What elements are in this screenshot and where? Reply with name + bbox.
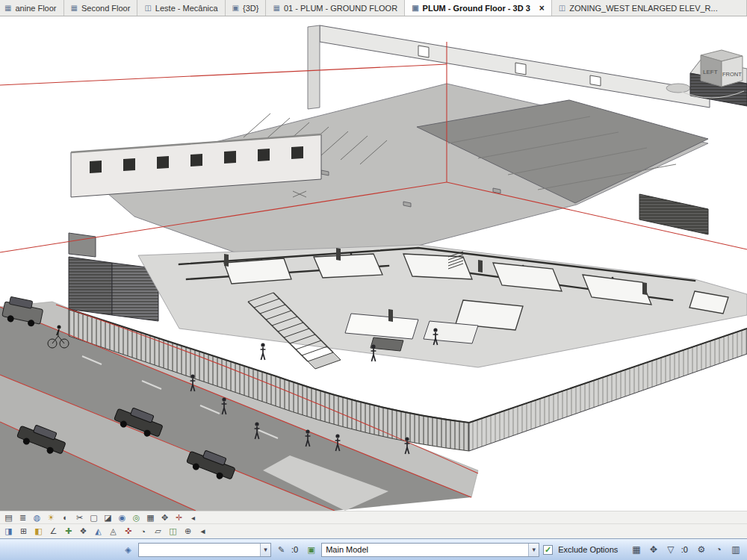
- tab-label: {3D}: [243, 4, 258, 13]
- select-pinned-elements-icon[interactable]: ∠: [47, 526, 60, 537]
- checkmark-icon: ✓: [545, 546, 551, 554]
- editable-count: :0: [291, 545, 298, 554]
- floor-plan-icon: ▦: [273, 4, 279, 12]
- floor-plan-icon: ▦: [4, 4, 11, 12]
- select-elements-by-face-icon[interactable]: ✚: [62, 526, 75, 537]
- collapse-bar-icon[interactable]: ◄: [196, 526, 209, 537]
- visual-style-icon[interactable]: ◍: [31, 512, 43, 523]
- displace-elements-icon[interactable]: ✥: [158, 512, 171, 523]
- tab-plum-ground-floor-3d-3[interactable]: ▣ PLUM - Ground Floor - 3D 3 ×: [405, 0, 552, 16]
- filter-icon[interactable]: ▽: [664, 544, 678, 555]
- editing-requests-icon[interactable]: ✜: [122, 526, 134, 537]
- temporary-hide-isolate-icon[interactable]: ◉: [116, 512, 128, 523]
- status-bar: ◈ ▾ ✎ :0 ▣ Main Model ▾ ✓ Exclude Option…: [0, 538, 747, 560]
- view-tab-bar: ▦ anine Floor ▦ Second Floor ◫ Leste - M…: [0, 0, 747, 16]
- 3d-view-canvas[interactable]: LEFT FRONT: [0, 16, 747, 511]
- temporary-view-properties-icon[interactable]: ▦: [144, 512, 157, 523]
- snap-overrides-icon[interactable]: ◭: [92, 526, 105, 537]
- reveal-constraints-icon[interactable]: ✛: [173, 512, 185, 523]
- show-crop-region-icon[interactable]: ▢: [87, 512, 100, 523]
- tab-plum-ground-floor[interactable]: ▦ 01 - PLUM - GROUND FLOOR: [266, 0, 405, 16]
- tab-label: ZONING_WEST ENLARGED ELEV_R...: [569, 4, 717, 13]
- crop-view-icon[interactable]: ✂: [73, 512, 86, 523]
- status-prompt: [0, 539, 118, 560]
- sun-path-icon[interactable]: ☀: [45, 512, 58, 523]
- tab-mezzanine-floor[interactable]: ▦ anine Floor: [0, 0, 64, 16]
- performance-monitor-icon[interactable]: ◔: [712, 544, 725, 555]
- view-filters-icon[interactable]: ◔: [137, 526, 149, 537]
- tab-zoning-west-enlarged-elev[interactable]: ◫ ZONING_WEST ENLARGED ELEV_R...: [552, 0, 747, 16]
- model-display-icon[interactable]: ◫: [167, 526, 179, 537]
- revit-window: ▦ anine Floor ▦ Second Floor ◫ Leste - M…: [0, 0, 747, 560]
- background-processes-icon[interactable]: ▥: [729, 544, 743, 555]
- view-control-bar: ▤ ≣ ◍ ☀ ◐ ✂ ▢ ◪ ◉ ◎ ▦ ✥ ✛ ◂: [0, 511, 747, 523]
- close-tab-icon[interactable]: ×: [539, 4, 545, 13]
- elevation-view-icon: ◫: [559, 4, 565, 12]
- lock-view-icon[interactable]: ◪: [102, 512, 114, 523]
- tab-3d[interactable]: ▣ {3D}: [226, 0, 267, 16]
- design-option-value: Main Model: [326, 545, 368, 554]
- tab-label: 01 - PLUM - GROUND FLOOR: [284, 4, 397, 13]
- measure-icon[interactable]: ◬: [107, 526, 120, 537]
- gear-icon[interactable]: ⚙: [695, 544, 708, 555]
- select-links-icon[interactable]: ⊞: [17, 526, 30, 537]
- design-options-icon[interactable]: ▣: [305, 544, 317, 556]
- dropdown-arrow-icon[interactable]: ▾: [260, 544, 270, 556]
- shadows-icon[interactable]: ◐: [59, 512, 72, 523]
- model-scene: LEFT FRONT: [0, 16, 747, 511]
- tab-second-floor[interactable]: ▦ Second Floor: [64, 0, 138, 16]
- exclude-options-label: Exclude Options: [558, 545, 618, 554]
- scale-icon[interactable]: ▤: [2, 512, 15, 523]
- model-louver-boxes: [69, 233, 158, 321]
- expand-bar-icon[interactable]: ◂: [187, 512, 199, 523]
- selection-count: :0: [681, 545, 688, 554]
- 3d-view-icon: ▣: [232, 4, 239, 12]
- tab-label: PLUM - Ground Floor - 3D 3: [423, 4, 530, 13]
- options-icon[interactable]: ⊕: [182, 526, 194, 537]
- editable-only-icon[interactable]: ✎: [275, 544, 288, 556]
- drag-elements-on-selection-icon[interactable]: ❖: [77, 526, 90, 537]
- design-option-dropdown[interactable]: Main Model ▾: [321, 543, 539, 557]
- dropdown-arrow-icon[interactable]: ▾: [528, 544, 539, 556]
- exclude-options-checkbox[interactable]: ✓: [543, 545, 553, 555]
- select-toggle-icon[interactable]: ✥: [647, 544, 660, 555]
- model-upper-walls: [308, 25, 710, 109]
- workset-dropdown[interactable]: ▾: [138, 543, 271, 557]
- tab-label: Second Floor: [81, 4, 130, 13]
- model-ground-floor: [138, 245, 747, 367]
- selection-toolbar: ◨ ⊞ ◧ ∠ ✚ ❖ ◭ ◬ ✜ ◔ ▱ ◫ ⊕ ◄: [0, 523, 747, 538]
- detail-level-icon[interactable]: ≣: [16, 512, 29, 523]
- viewcube-front-label: FRONT: [722, 71, 742, 78]
- press-drag-icon[interactable]: ▦: [630, 544, 643, 555]
- tab-label: anine Floor: [15, 4, 56, 13]
- annotation-tools-icon[interactable]: ▱: [152, 526, 164, 537]
- select-underlay-elements-icon[interactable]: ◧: [32, 526, 45, 537]
- viewcube-left-label: LEFT: [703, 69, 718, 75]
- reveal-hidden-elements-icon[interactable]: ◎: [130, 512, 143, 523]
- active-workset-icon[interactable]: ◈: [122, 544, 134, 556]
- worksharing-display-icon[interactable]: ◨: [2, 526, 15, 537]
- tab-leste-mecanica[interactable]: ◫ Leste - Mecânica: [137, 0, 225, 16]
- 3d-view-icon: ▣: [412, 4, 418, 12]
- section-view-icon: ◫: [144, 4, 151, 12]
- tab-label: Leste - Mecânica: [155, 4, 218, 13]
- floor-plan-icon: ▦: [71, 4, 78, 12]
